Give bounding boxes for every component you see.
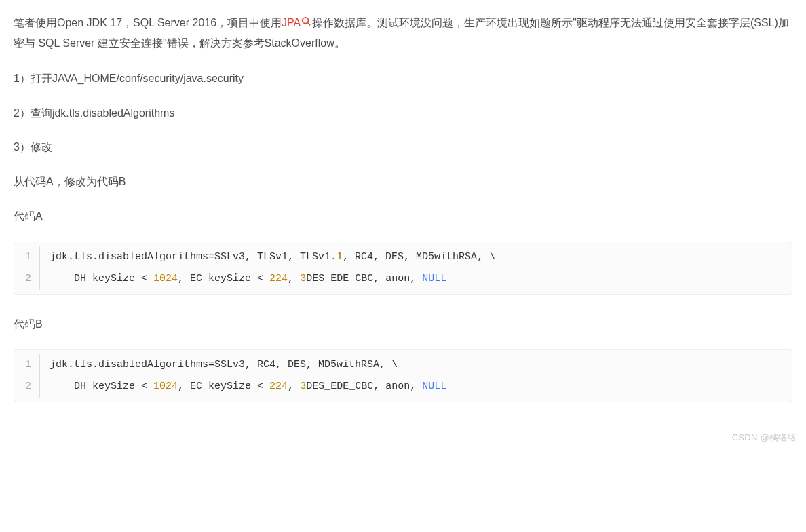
code-content: DH keySize < 1024, EC keySize < 224, 3DE… [40,376,446,398]
svg-point-0 [303,18,309,24]
code-block-b: 1 jdk.tls.disabledAlgorithms=SSLv3, RC4,… [14,349,792,402]
code-line: 1 jdk.tls.disabledAlgorithms=SSLv3, TLSv… [14,242,792,268]
line-number: 1 [14,246,40,268]
code-line: 2 DH keySize < 1024, EC keySize < 224, 3… [14,268,792,294]
line-number: 1 [14,354,40,376]
code-block-a: 1 jdk.tls.disabledAlgorithms=SSLv3, TLSv… [14,242,792,294]
code-b-label: 代码B [14,315,792,335]
step-2: 2）查询jdk.tls.disabledAlgorithms [14,104,792,124]
jpa-link[interactable]: JPA [282,17,301,28]
change-note: 从代码A，修改为代码B [14,172,792,192]
svg-line-1 [308,23,311,26]
watermark: CSDN @橘络络 [732,430,797,445]
code-a-label: 代码A [14,207,792,227]
intro-text-1: 笔者使用Open JDK 17，SQL Server 2016，项目中使用 [14,17,282,28]
code-content: DH keySize < 1024, EC keySize < 224, 3DE… [40,268,446,290]
step-3: 3）修改 [14,138,792,157]
code-content: jdk.tls.disabledAlgorithms=SSLv3, RC4, D… [40,354,398,376]
intro-paragraph: 笔者使用Open JDK 17，SQL Server 2016，项目中使用JPA… [14,12,792,54]
line-number: 2 [14,268,40,290]
step-1: 1）打开JAVA_HOME/conf/security/java.securit… [14,69,792,89]
code-content: jdk.tls.disabledAlgorithms=SSLv3, TLSv1,… [40,246,495,268]
line-number: 2 [14,376,40,398]
code-line: 2 DH keySize < 1024, EC keySize < 224, 3… [14,376,792,402]
search-icon[interactable] [301,12,311,22]
code-line: 1 jdk.tls.disabledAlgorithms=SSLv3, RC4,… [14,350,792,376]
